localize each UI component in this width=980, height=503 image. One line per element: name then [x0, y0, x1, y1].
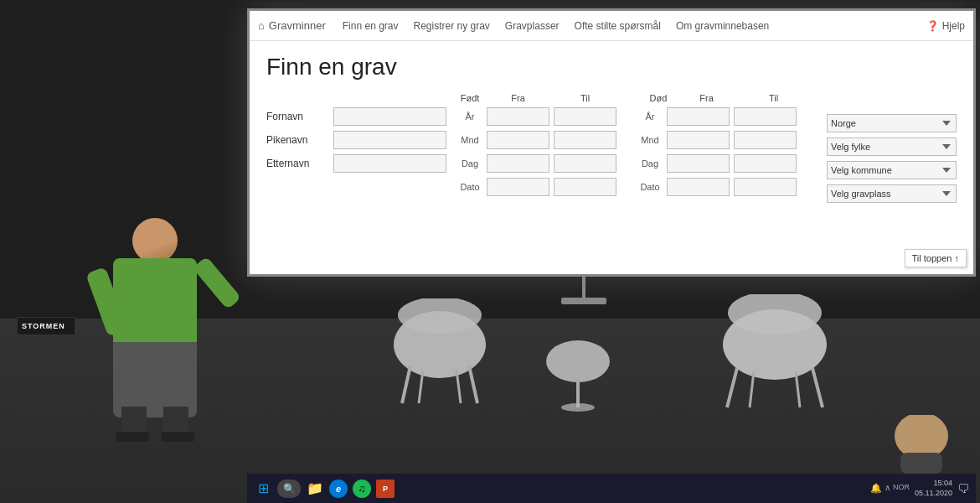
tooltip-box[interactable]: Til toppen ↑	[905, 249, 967, 267]
input-dead-year-to[interactable]	[734, 107, 797, 126]
audience-head-svg	[888, 415, 955, 474]
header-dead-label: Død	[642, 93, 675, 103]
nav-gravplasser[interactable]: Gravplasser	[505, 20, 560, 32]
input-born-year-to[interactable]	[554, 107, 616, 126]
taskbar-time: 15:04	[915, 479, 952, 489]
chair-right-svg	[712, 294, 838, 412]
nav-right: ❓ Hjelp	[926, 20, 965, 32]
nav-find-grave[interactable]: Finn en grav	[343, 20, 399, 32]
input-born-day-to[interactable]	[554, 154, 616, 173]
input-dead-dato-from[interactable]	[667, 178, 730, 196]
right-dropdowns: Norge Velg fylke Velg kommune Velg gravp…	[827, 93, 957, 203]
taskbar-search-icon[interactable]: 🔍	[277, 480, 301, 498]
header-to-label: Til	[554, 93, 616, 103]
taskbar: ⊞ 🔍 📁 e ♫ P 🔔 ∧ NOR 15:04 05.11.2020 🗨	[247, 474, 976, 503]
svg-rect-16	[900, 453, 942, 474]
input-dead-year-from[interactable]	[667, 107, 730, 126]
svg-point-6	[546, 340, 610, 382]
taskbar-time-date: 15:04 05.11.2020	[915, 479, 952, 498]
table-center	[540, 336, 616, 415]
sublabel-born-dag: Dag	[453, 158, 487, 169]
input-born-day-from[interactable]	[487, 154, 549, 173]
chair-left	[385, 298, 494, 411]
taskbar-sys-icons: 🔔 ∧ NOR	[870, 483, 910, 494]
form-row-dato: Dato Dato	[266, 178, 818, 196]
main-form-area: Født Fra Til Død Fra Til Fornavn År	[266, 93, 818, 203]
dropdown-country[interactable]: Norge	[827, 114, 957, 132]
navbar: ⌂ Gravminner Finn en grav Registrer ny g…	[250, 11, 973, 41]
input-born-dato-to[interactable]	[554, 178, 616, 196]
input-born-year-from[interactable]	[487, 107, 549, 126]
presenter-body	[101, 218, 209, 436]
svg-line-14	[796, 371, 800, 407]
search-form: Født Fra Til Død Fra Til Fornavn År	[266, 93, 957, 203]
webapp: ⌂ Gravminner Finn en grav Registrer ny g…	[250, 11, 973, 274]
input-etternavn[interactable]	[333, 154, 446, 173]
help-link[interactable]: ❓ Hjelp	[926, 20, 965, 32]
svg-line-13	[750, 371, 754, 407]
taskbar-edge-icon[interactable]: e	[329, 480, 348, 498]
label-etternavn: Etternavn	[266, 158, 333, 169]
svg-line-11	[727, 368, 737, 407]
input-born-dato-from[interactable]	[487, 178, 549, 196]
form-row-pikenavn: Pikenavn Mnd Mnd	[266, 131, 818, 149]
page-title: Finn en grav	[266, 54, 957, 80]
form-row-fornavn: Fornavn År År	[266, 107, 818, 126]
taskbar-explorer-icon[interactable]: 📁	[306, 480, 324, 498]
sublabel-born-ar: År	[453, 111, 487, 122]
projection-screen: ⌂ Gravminner Finn en grav Registrer ny g…	[247, 8, 976, 277]
stormen-sign: STORMEN	[17, 317, 75, 335]
taskbar-windows-icon[interactable]: ⊞	[254, 480, 272, 498]
taskbar-notification-bubble-icon: 🗨	[957, 482, 969, 495]
nav-about[interactable]: Om gravminnebasen	[676, 20, 769, 32]
sublabel-dead-ar: År	[633, 111, 667, 122]
label-pikenavn: Pikenavn	[266, 134, 333, 146]
audience-head	[888, 415, 955, 474]
navbar-brand[interactable]: ⌂ Gravminner	[258, 19, 326, 32]
input-pikenavn[interactable]	[333, 131, 446, 149]
nav-register-grave[interactable]: Registrer ny grav	[413, 20, 489, 32]
home-icon: ⌂	[258, 19, 265, 32]
dropdown-fylke[interactable]: Velg fylke	[827, 137, 957, 156]
input-dead-month-from[interactable]	[667, 131, 730, 149]
presenter-head	[132, 218, 178, 263]
header-dead-to-label: Til	[742, 93, 805, 103]
header-from-label: Fra	[487, 93, 549, 103]
presenter	[84, 210, 235, 436]
spacer-dato	[333, 178, 446, 196]
page-content: Finn en grav Født Fra Til Død Fra Til	[250, 41, 973, 215]
svg-point-8	[561, 403, 595, 412]
presenter-foot-right	[161, 432, 194, 442]
taskbar-powerpoint-icon[interactable]: P	[376, 480, 395, 498]
chair-right	[712, 294, 838, 415]
screen-base	[561, 298, 606, 304]
tooltip-label: Til toppen ↑	[912, 253, 959, 263]
form-row-etternavn: Etternavn Dag Dag	[266, 154, 818, 173]
presenter-arm-right	[193, 257, 242, 310]
sublabel-born-dato: Dato	[453, 182, 487, 192]
taskbar-date: 05.11.2020	[915, 489, 952, 499]
input-fornavn[interactable]	[333, 107, 446, 126]
header-dead-from-label: Fra	[675, 93, 738, 103]
nav-faq[interactable]: Ofte stilte spørsmål	[575, 20, 661, 32]
input-dead-day-to[interactable]	[734, 154, 797, 173]
input-dead-day-from[interactable]	[667, 154, 730, 173]
taskbar-spotify-icon[interactable]: ♫	[353, 480, 371, 498]
taskbar-right: 🔔 ∧ NOR 15:04 05.11.2020 🗨	[870, 479, 969, 498]
input-dead-dato-to[interactable]	[734, 178, 797, 196]
svg-line-2	[402, 366, 410, 403]
brand-label: Gravminner	[269, 19, 326, 32]
dropdown-gravplass[interactable]: Velg gravplass	[827, 184, 957, 203]
input-dead-month-to[interactable]	[734, 131, 797, 149]
presenter-shirt	[113, 258, 197, 350]
chair-left-svg	[385, 298, 494, 407]
help-icon: ❓	[926, 20, 939, 32]
table-svg	[540, 336, 616, 412]
stormen-text: STORMEN	[22, 322, 70, 330]
svg-line-3	[469, 366, 477, 403]
dropdown-kommune[interactable]: Velg kommune	[827, 161, 957, 179]
help-label: Hjelp	[942, 20, 965, 32]
input-born-month-from[interactable]	[487, 131, 549, 149]
input-born-month-to[interactable]	[554, 131, 616, 149]
label-fornavn: Fornavn	[266, 111, 333, 122]
